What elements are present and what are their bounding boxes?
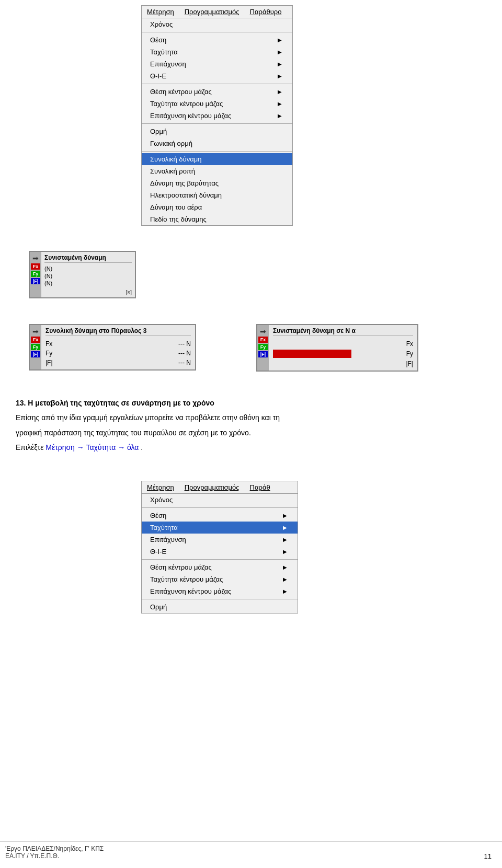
menu-item-synoliki-dynamh[interactable]: Συνολική δύναμη	[142, 153, 292, 165]
menu-item-taxytita-kentrou[interactable]: Ταχύτητα κέντρου μάζας ▶	[142, 98, 292, 110]
top-dropdown: Χρόνος Θέση ▶ Ταχύτητα ▶ Επιτάχυνση ▶ Θ-…	[141, 18, 293, 226]
widget3-arrow-icon: ➡	[260, 327, 266, 335]
arrow-icon: ▶	[278, 37, 282, 43]
top-menu-bar: Μέτρηση Προγραμματισμός Παράθυρο	[141, 5, 293, 18]
menu-item-tie[interactable]: Θ-Ι-Ε ▶	[142, 70, 292, 82]
sep2	[142, 84, 292, 84]
widget2-sidebar: ➡ Fx Fy |F|	[30, 325, 41, 369]
second-menu-taxytita-kentrou[interactable]: Ταχύτητα κέντρου μάζας ▶	[142, 573, 298, 585]
widget2-row-fy: Fy --- N	[45, 349, 191, 358]
arrow-icon: ▶	[283, 576, 287, 582]
widget1-row-fx: (N)	[44, 265, 132, 272]
arrow-icon: ▶	[278, 113, 282, 119]
widget1-row-fy: (N)	[44, 272, 132, 280]
arrow-icon: ▶	[278, 49, 282, 55]
second-menu-chronos[interactable]: Χρόνος	[142, 494, 298, 506]
menu-item-thesi-kentrou[interactable]: Θέση κέντρου μάζας ▶	[142, 86, 292, 98]
menu-parathyro[interactable]: Παράθυρο	[248, 7, 284, 17]
arrow-icon: ▶	[283, 549, 287, 554]
second-menu-container: Μέτρηση Προγραμματισμός Παράθ Χρόνος Θέσ…	[141, 481, 298, 614]
second-menu-programmaismos[interactable]: Προγραμματισμός	[182, 482, 242, 492]
widget3-if-label: |F|	[258, 351, 268, 357]
second-menu-bar: Μέτρηση Προγραμματισμός Παράθ	[141, 481, 298, 493]
widget2-row-if: |F| --- N	[45, 358, 191, 367]
menu-item-ormi[interactable]: Ορμή	[142, 125, 292, 137]
widget2-title: Συνολική δύναμη στο Πύραυλος 3	[45, 327, 191, 336]
menu-item-dynamh-aera[interactable]: Δύναμη του αέρα	[142, 201, 292, 213]
menu-item-epitaxynsi[interactable]: Επιτάχυνση ▶	[142, 58, 292, 70]
sep3	[142, 123, 292, 124]
widget1-arrow-icon: ➡	[32, 254, 39, 262]
widget3-row-fy: Fy	[273, 349, 413, 359]
text-paragraph1: Επίσης από την ίδια γραμμή εργαλείων μπο…	[16, 412, 486, 423]
menu-item-goniaki[interactable]: Γωνιακή ορμή	[142, 137, 292, 149]
menu-item-thesi[interactable]: Θέση ▶	[142, 34, 292, 46]
arrow-icon: ▶	[283, 564, 287, 570]
menu-item-synoliki-ropi[interactable]: Συνολική ροπή	[142, 165, 292, 177]
widget3-row-fx: Fx	[273, 339, 413, 349]
second-menu-ormi[interactable]: Ορμή	[142, 601, 298, 613]
arrow-icon: ▶	[283, 537, 287, 542]
widget2-if-label: |F|	[31, 351, 40, 357]
arrow-icon: ▶	[283, 525, 287, 530]
second-dropdown: Χρόνος Θέση ▶ Ταχύτητα ▶ Επιτάχυνση ▶ Θ-…	[141, 493, 298, 614]
widget2-row-fx: Fx --- N	[45, 339, 191, 349]
second-menu-thesi[interactable]: Θέση ▶	[142, 510, 298, 522]
footer-line2: ΕΑ.ΙΤΥ / Υπ.Ε.Π.Θ.	[5, 852, 497, 860]
widget1-panel: ➡ Fx Fy |F| Συνισταμένη δύναμη (N) (N) (…	[29, 251, 136, 298]
widget2-fx-label: Fx	[31, 337, 40, 343]
fy-red-bar	[273, 350, 351, 358]
menu-programmaismos[interactable]: Προγραμματισμός	[182, 7, 242, 17]
widget3-panel: ➡ Fx Fy |F| Συνισταμένη δύναμη σε N α Fx…	[256, 324, 418, 372]
menu-metrisi[interactable]: Μέτρηση	[145, 7, 176, 17]
widget3-sidebar: ➡ Fx Fy |F|	[257, 325, 269, 371]
footer: 'Εργο ΠΛΕΙΑΔΕΣ/Νηρηίδες, Γ' ΚΠΣ ΕΑ.ΙΤΥ /…	[0, 841, 502, 863]
highlight-metrisi-taxytita: Μέτρηση → Ταχύτητα → όλα	[45, 443, 139, 452]
menu-item-dynamh-varytita[interactable]: Δύναμη της βαρύτητας	[142, 177, 292, 189]
menu-item-epitaxynsi-kentrou[interactable]: Επιτάχυνση κέντρου μάζας ▶	[142, 110, 292, 122]
second-menu-thesi-kentrou[interactable]: Θέση κέντρου μάζας ▶	[142, 561, 298, 573]
widget3-content: Συνισταμένη δύναμη σε N α Fx Fy |F|	[269, 325, 417, 371]
second-sep1	[142, 507, 298, 508]
menu-item-taxytita[interactable]: Ταχύτητα ▶	[142, 46, 292, 58]
arrow-icon: ▶	[278, 61, 282, 67]
arrow-icon: ▶	[283, 513, 287, 518]
second-sep3	[142, 599, 298, 599]
second-menu-epitaxynsi-kentrou[interactable]: Επιτάχυνση κέντρου μάζας ▶	[142, 585, 298, 597]
widget1-time: [s]	[44, 289, 132, 295]
second-menu-taxytita[interactable]: Ταχύτητα ▶	[142, 522, 298, 534]
second-menu-tie[interactable]: Θ-Ι-Ε ▶	[142, 546, 298, 558]
widget2-arrow-icon: ➡	[32, 327, 39, 335]
arrow-icon: ▶	[283, 588, 287, 594]
widget3-row-if: |F|	[273, 359, 413, 368]
widget1-sidebar: ➡ Fx Fy |F|	[30, 252, 41, 297]
sep1	[142, 32, 292, 32]
text-heading: 13. Η μεταβολή της ταχύτητας σε συνάρτησ…	[16, 397, 486, 409]
footer-line1: 'Εργο ΠΛΕΙΑΔΕΣ/Νηρηίδες, Γ' ΚΠΣ	[5, 845, 497, 852]
menu-item-chronos[interactable]: Χρόνος	[142, 18, 292, 30]
widget3-title: Συνισταμένη δύναμη σε N α	[273, 327, 413, 336]
page-number: 11	[484, 852, 492, 860]
second-menu-parath[interactable]: Παράθ	[248, 482, 272, 492]
menu-item-ilektrostatiki[interactable]: Ηλεκτροστατική δύναμη	[142, 189, 292, 201]
arrow-icon: ▶	[278, 101, 282, 107]
second-sep2	[142, 559, 298, 560]
menu-item-pedio[interactable]: Πεδίο της δύναμης	[142, 213, 292, 225]
widget2-panel: ➡ Fx Fy |F| Συνολική δύναμη στο Πύραυλος…	[29, 324, 196, 371]
widget3-fy-label: Fy	[258, 344, 268, 350]
arrow-icon: ▶	[278, 73, 282, 79]
text-instruction: Επιλέξτε Μέτρηση → Ταχύτητα → όλα .	[16, 442, 486, 453]
second-menu-metrisi[interactable]: Μέτρηση	[145, 482, 176, 492]
second-menu-epitaxynsi[interactable]: Επιτάχυνση ▶	[142, 534, 298, 546]
top-menu-container: Μέτρηση Προγραμματισμός Παράθυρο Χρόνος …	[141, 5, 293, 226]
widget1-if-label: |F|	[31, 278, 40, 284]
widget1-content: Συνισταμένη δύναμη (N) (N) (N) [s]	[41, 252, 135, 297]
widget1-fx-label: Fx	[31, 263, 40, 270]
widget1-fy-label: Fy	[31, 271, 40, 277]
text-section: 13. Η μεταβολή της ταχύτητας σε συνάρτησ…	[16, 397, 486, 457]
sep4	[142, 151, 292, 152]
widget2-content: Συνολική δύναμη στο Πύραυλος 3 Fx --- N …	[41, 325, 195, 369]
widget1-title: Συνισταμένη δύναμη	[44, 254, 132, 263]
arrow-icon: ▶	[278, 89, 282, 95]
widget1-row-if: (N)	[44, 280, 132, 287]
